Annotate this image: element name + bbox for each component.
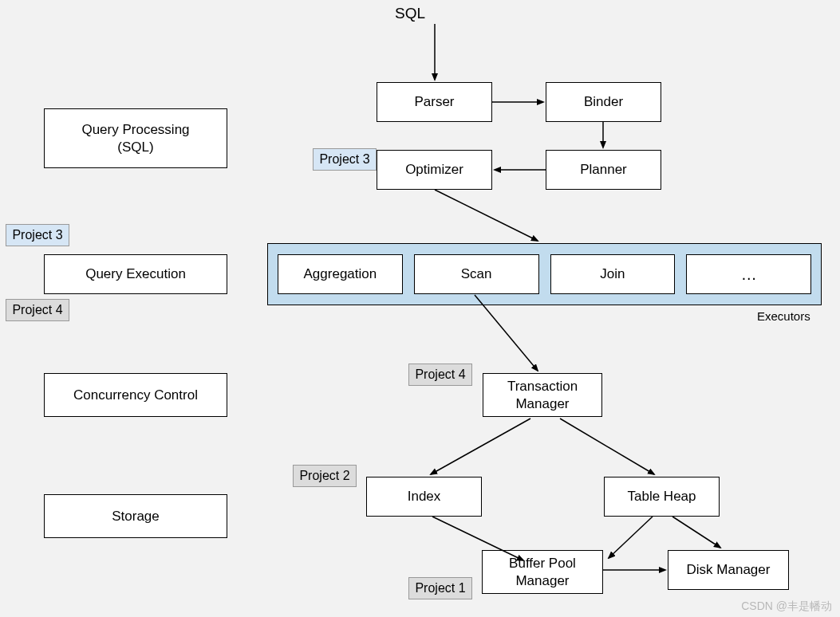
tag-project4-txn: Project 4 xyxy=(408,364,472,386)
box-join: Join xyxy=(550,254,676,294)
box-parser: Parser xyxy=(377,82,492,122)
svg-line-7 xyxy=(560,419,654,474)
label-sql: SQL xyxy=(395,5,425,22)
box-aggregation: Aggregation xyxy=(278,254,403,294)
box-disk-manager: Disk Manager xyxy=(668,550,789,590)
svg-line-5 xyxy=(475,295,538,371)
box-scan: Scan xyxy=(414,254,539,294)
box-binder: Binder xyxy=(546,82,661,122)
tag-project3-optimizer: Project 3 xyxy=(313,148,377,171)
box-transaction-manager: Transaction Manager xyxy=(483,373,602,417)
box-optimizer: Optimizer xyxy=(377,150,492,190)
box-buffer-pool-manager: Buffer Pool Manager xyxy=(482,550,603,594)
box-query-processing: Query Processing (SQL) xyxy=(44,108,227,168)
box-planner: Planner xyxy=(546,150,661,190)
label-executors: Executors xyxy=(757,309,810,323)
tag-project3-exec: Project 3 xyxy=(6,224,69,246)
svg-line-9 xyxy=(609,517,653,558)
tag-project1-bpm: Project 1 xyxy=(408,577,472,599)
box-table-heap: Table Heap xyxy=(604,477,720,517)
tag-project2-index: Project 2 xyxy=(293,465,357,487)
svg-line-10 xyxy=(672,517,720,548)
svg-line-4 xyxy=(435,190,538,241)
box-index: Index xyxy=(366,477,482,517)
box-concurrency-control: Concurrency Control xyxy=(44,373,227,417)
box-query-execution: Query Execution xyxy=(44,254,227,294)
box-storage: Storage xyxy=(44,494,227,538)
tag-project4-exec: Project 4 xyxy=(6,299,69,321)
executors-group: Aggregation Scan Join … xyxy=(267,243,822,305)
box-more-executors: … xyxy=(686,254,811,294)
svg-line-6 xyxy=(431,419,530,474)
watermark: CSDN @丰是幡动 xyxy=(741,599,832,614)
